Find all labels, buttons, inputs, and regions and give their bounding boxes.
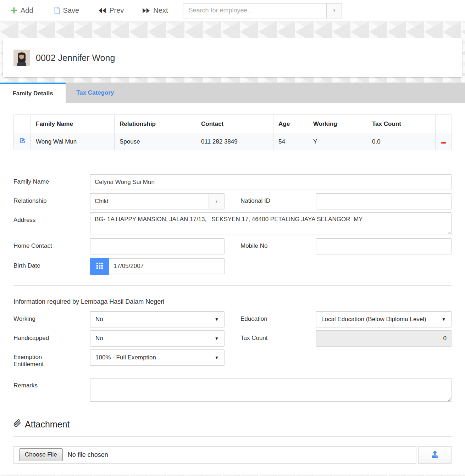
calendar-button[interactable]: [90, 258, 109, 275]
mobile-no-input[interactable]: [316, 238, 452, 254]
file-input-box[interactable]: Choose File No file chosen: [13, 446, 416, 464]
upload-icon: [431, 450, 439, 459]
minus-icon: [441, 142, 446, 144]
birth-date-input[interactable]: [109, 258, 225, 274]
edit-row-button[interactable]: [14, 133, 31, 150]
handicapped-select-value: No: [95, 335, 103, 342]
remarks-textarea[interactable]: [90, 378, 452, 402]
page-footer-band: [0, 475, 465, 476]
cell-working: Y: [308, 133, 367, 150]
tab-tax-category[interactable]: Tax Category: [66, 83, 124, 103]
tax-count-label: Tax Count: [240, 330, 316, 342]
column-working: Working: [308, 115, 367, 133]
relationship-dropdown-button[interactable]: ▼: [209, 193, 225, 209]
column-relationship: Relationship: [115, 115, 196, 133]
main-panel: Family Details Tax Category Family Name …: [0, 83, 465, 475]
cell-relationship: Spouse: [115, 133, 196, 150]
family-table: Family Name Relationship Contact Age Wor…: [13, 114, 452, 150]
handicapped-label: Handicapped: [13, 330, 90, 342]
delete-row-button[interactable]: [436, 133, 452, 150]
exemption-select-value: 100% - Full Exemption: [95, 354, 156, 361]
edit-column-header: [14, 115, 31, 133]
app-window: Add Save Prev Next ▼: [0, 0, 465, 476]
tax-count-field: [316, 330, 452, 347]
column-contact: Contact: [196, 115, 273, 133]
select-arrow-icon: ▼: [215, 336, 219, 341]
relationship-input[interactable]: [90, 193, 209, 209]
edit-pencil-icon: [19, 139, 26, 145]
prev-icon: [98, 7, 106, 14]
upload-button[interactable]: [418, 446, 452, 464]
mobile-no-label: Mobile No: [240, 238, 316, 250]
choose-file-button[interactable]: Choose File: [19, 448, 63, 461]
paperclip-icon: [13, 419, 21, 430]
save-button[interactable]: Save: [54, 6, 79, 15]
select-arrow-icon: ▼: [442, 317, 446, 322]
chevron-down-icon: ▼: [215, 200, 218, 203]
column-family-name: Family Name: [31, 115, 115, 133]
national-id-input[interactable]: [316, 193, 452, 209]
national-id-label: National ID: [240, 193, 316, 205]
next-button-label: Next: [153, 6, 168, 15]
save-button-label: Save: [63, 6, 79, 15]
home-contact-label: Home Contact: [13, 238, 90, 250]
file-icon: [54, 7, 60, 14]
cell-family-name: Wong Wai Mun: [31, 133, 115, 150]
column-tax-count: Tax Count: [367, 115, 436, 133]
attachment-divider: [13, 436, 452, 437]
file-status-text: No file chosen: [68, 451, 108, 459]
birth-date-group: [90, 258, 225, 275]
tab-family-details[interactable]: Family Details: [0, 83, 66, 103]
column-age: Age: [273, 115, 308, 133]
delete-column-header: [436, 115, 452, 133]
birth-date-label: Birth Date: [13, 258, 90, 269]
calendar-icon: [96, 262, 103, 270]
table-header-row: Family Name Relationship Contact Age Wor…: [14, 115, 452, 133]
education-select[interactable]: Local Education (Below Diploma Level) ▼: [316, 311, 452, 327]
address-textarea[interactable]: BG- 1A HAPPY MANSION, JALAN 17/13, SEKSY…: [90, 212, 452, 235]
exemption-label: Exemption Entitlement: [13, 349, 90, 368]
lhdn-section-heading: Information required by Lembaga Hasil Da…: [13, 298, 452, 306]
section-divider: [13, 285, 452, 286]
prev-button-label: Prev: [109, 6, 124, 15]
working-select[interactable]: No ▼: [90, 311, 225, 327]
employee-card: 0002 Jennifer Wong: [3, 38, 462, 77]
tab-bar: Family Details Tax Category: [0, 83, 465, 103]
family-details-panel: Family Name Relationship Contact Age Wor…: [0, 103, 465, 475]
exemption-select[interactable]: 100% - Full Exemption ▼: [90, 349, 225, 366]
cell-contact: 011 282 3849: [196, 133, 273, 150]
toolbar: Add Save Prev Next ▼: [0, 0, 465, 21]
next-button[interactable]: Next: [142, 6, 168, 15]
cell-tax-count: 0.0: [367, 133, 436, 150]
employee-avatar: [13, 50, 30, 66]
employee-search-combo: ▼: [183, 3, 342, 18]
prev-button[interactable]: Prev: [98, 6, 124, 15]
handicapped-select[interactable]: No ▼: [90, 330, 225, 347]
education-label: Education: [240, 311, 316, 323]
working-label: Working: [13, 311, 90, 323]
address-label: Address: [13, 212, 90, 224]
table-row: Wong Wai Mun Spouse 011 282 3849 54 Y 0.…: [14, 133, 452, 150]
relationship-label: Relationship: [13, 193, 90, 205]
remarks-label: Remarks: [13, 378, 90, 389]
hero-band: 0002 Jennifer Wong: [0, 21, 465, 83]
education-select-value: Local Education (Below Diploma Level): [321, 316, 426, 323]
attachment-heading: Attachment: [13, 419, 452, 430]
cell-age: 54: [273, 133, 308, 150]
select-arrow-icon: ▼: [215, 317, 219, 322]
file-upload-row: Choose File No file chosen: [13, 446, 452, 475]
home-contact-input[interactable]: [90, 238, 225, 254]
employee-title: 0002 Jennifer Wong: [36, 53, 115, 63]
attachment-heading-text: Attachment: [25, 419, 70, 430]
family-name-input[interactable]: [90, 174, 452, 190]
next-icon: [142, 7, 150, 14]
chevron-down-icon: ▼: [332, 9, 336, 12]
relationship-combo: ▼: [90, 193, 225, 209]
search-input[interactable]: [183, 4, 326, 18]
working-select-value: No: [95, 316, 103, 323]
family-name-label: Family Name: [13, 174, 90, 185]
search-dropdown-button[interactable]: ▼: [326, 4, 342, 18]
add-button-label: Add: [21, 6, 33, 15]
add-button[interactable]: Add: [11, 6, 33, 15]
select-arrow-icon: ▼: [215, 355, 219, 360]
